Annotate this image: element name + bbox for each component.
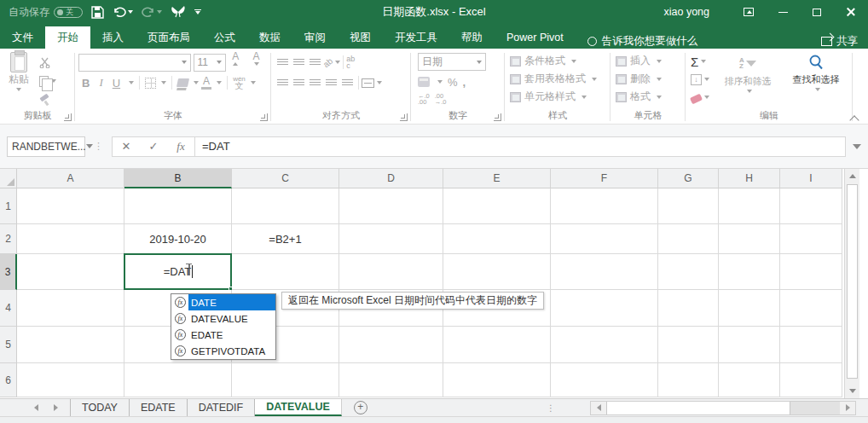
cell-D3[interactable] bbox=[339, 254, 443, 290]
edit-cell[interactable]: =DAT bbox=[124, 253, 232, 290]
delete-cells-button[interactable]: 删除 bbox=[614, 70, 682, 88]
cell-H4[interactable] bbox=[719, 290, 780, 327]
ribbon-tab[interactable]: Power Pivot bbox=[495, 26, 576, 49]
cell-D5[interactable] bbox=[339, 327, 443, 363]
ribbon-tab[interactable]: 帮助 bbox=[449, 26, 495, 49]
ribbon-tab[interactable]: 插入 bbox=[90, 26, 136, 49]
decrease-decimal-button[interactable]: .00→.0 bbox=[435, 93, 447, 105]
cell-G6[interactable] bbox=[658, 363, 719, 397]
cell-G3[interactable] bbox=[658, 254, 719, 290]
cell-C6[interactable] bbox=[232, 363, 339, 397]
autosave-toggle[interactable]: 自动保存 关 bbox=[9, 5, 83, 20]
align-left-icon[interactable] bbox=[277, 79, 288, 87]
ribbon-tab[interactable]: 数据 bbox=[247, 26, 292, 49]
fill-color-icon[interactable] bbox=[176, 78, 189, 87]
accounting-dropdown-icon[interactable] bbox=[437, 80, 443, 84]
redo-button[interactable] bbox=[142, 3, 162, 20]
select-all-corner[interactable] bbox=[0, 169, 17, 188]
increase-font-button[interactable]: A bbox=[229, 50, 246, 74]
sheet-tab[interactable]: EDATE bbox=[130, 399, 188, 416]
cell-I3[interactable] bbox=[780, 254, 842, 290]
font-name-combo[interactable] bbox=[78, 54, 191, 72]
number-dialog-launcher[interactable] bbox=[494, 113, 501, 121]
cell-E1[interactable] bbox=[443, 188, 551, 224]
prev-sheet-icon[interactable] bbox=[34, 404, 38, 411]
cell-A3[interactable] bbox=[17, 254, 124, 290]
cell-E2[interactable] bbox=[443, 224, 551, 254]
column-header[interactable]: I bbox=[780, 169, 842, 188]
name-box[interactable]: RANDBETWE... bbox=[7, 136, 85, 157]
insert-cells-button[interactable]: 插入 bbox=[614, 52, 682, 70]
cell-F1[interactable] bbox=[551, 188, 658, 224]
fill-button[interactable]: ↓ bbox=[689, 71, 711, 88]
column-header[interactable]: G bbox=[658, 169, 719, 188]
cell-E6[interactable] bbox=[443, 363, 551, 397]
cut-button[interactable] bbox=[38, 54, 58, 71]
row-header[interactable]: 4 bbox=[0, 290, 17, 327]
italic-button[interactable]: I bbox=[95, 74, 106, 91]
decrease-indent-icon[interactable] bbox=[326, 79, 337, 87]
cell-F6[interactable] bbox=[551, 363, 658, 397]
conditional-formatting-button[interactable]: 条件格式 bbox=[508, 52, 607, 70]
formula-bar-handle[interactable]: ⋮ bbox=[94, 141, 103, 152]
underline-dropdown-icon[interactable] bbox=[129, 81, 134, 84]
share-button[interactable]: 共享 bbox=[821, 34, 868, 49]
cell-A5[interactable] bbox=[17, 327, 124, 363]
autocomplete-item[interactable]: fxGETPIVOTDATA bbox=[171, 343, 275, 359]
cell-I2[interactable] bbox=[780, 224, 842, 254]
underline-button[interactable]: U bbox=[109, 74, 124, 91]
cell-D1[interactable] bbox=[339, 188, 443, 224]
copy-button[interactable] bbox=[38, 72, 58, 90]
wrap-text-icon[interactable]: abc bbox=[346, 55, 355, 69]
cell-F5[interactable] bbox=[551, 327, 658, 363]
cell-B3[interactable]: =DAT bbox=[124, 254, 232, 290]
format-cells-button[interactable]: 格式 bbox=[614, 88, 682, 106]
cell-A6[interactable] bbox=[17, 363, 124, 397]
cell-F4[interactable] bbox=[551, 290, 658, 327]
cell-G4[interactable] bbox=[658, 290, 719, 327]
cell-E5[interactable] bbox=[443, 327, 551, 363]
cell-D6[interactable] bbox=[339, 363, 443, 397]
cell-H3[interactable] bbox=[719, 254, 780, 290]
cell-A4[interactable] bbox=[17, 290, 124, 327]
sort-filter-button[interactable]: AZ 排序和筛选 bbox=[716, 52, 779, 106]
orientation-dropdown-icon[interactable] bbox=[335, 61, 340, 64]
cell-H5[interactable] bbox=[719, 327, 780, 363]
cell-I4[interactable] bbox=[780, 290, 842, 327]
ribbon-tab[interactable]: 开始 bbox=[45, 26, 90, 49]
cell-I6[interactable] bbox=[780, 363, 842, 397]
font-color-button[interactable]: A bbox=[201, 77, 211, 90]
cell-G1[interactable] bbox=[658, 188, 719, 224]
ribbon-tab[interactable]: 页面布局 bbox=[136, 26, 202, 49]
phonetic-dropdown-icon[interactable] bbox=[251, 81, 256, 84]
cell-F3[interactable] bbox=[551, 254, 658, 290]
font-color-dropdown-icon[interactable] bbox=[217, 81, 222, 84]
alignment-dialog-launcher[interactable] bbox=[400, 113, 408, 121]
merge-center-icon[interactable] bbox=[362, 78, 374, 88]
borders-icon[interactable] bbox=[145, 78, 156, 89]
align-top-icon[interactable] bbox=[277, 59, 288, 67]
butterfly-addin-button[interactable] bbox=[171, 3, 186, 20]
align-middle-icon[interactable] bbox=[293, 59, 304, 67]
cell-B6[interactable] bbox=[124, 363, 232, 397]
paste-dropdown-icon[interactable] bbox=[16, 88, 21, 91]
cell-C1[interactable] bbox=[232, 188, 339, 224]
cell-A1[interactable] bbox=[17, 188, 124, 224]
format-as-table-button[interactable]: 套用表格格式 bbox=[508, 70, 607, 88]
horizontal-scroll-thumb[interactable] bbox=[606, 402, 790, 414]
column-header[interactable]: C bbox=[232, 169, 339, 188]
collapse-ribbon-button[interactable] bbox=[851, 115, 859, 120]
expand-formula-bar-icon[interactable] bbox=[853, 144, 861, 149]
autocomplete-item[interactable]: fxDATEVALUE bbox=[171, 310, 275, 327]
find-select-button[interactable]: 查找和选择 bbox=[784, 52, 848, 106]
cell-B1[interactable] bbox=[124, 188, 232, 224]
cell-G2[interactable] bbox=[658, 224, 719, 254]
cell-G5[interactable] bbox=[658, 327, 719, 363]
sheet-tab[interactable]: DATEDIF bbox=[188, 399, 256, 416]
column-header[interactable]: F bbox=[551, 169, 658, 188]
phonetic-button[interactable]: wén文 bbox=[233, 76, 246, 90]
align-bottom-icon[interactable] bbox=[310, 59, 321, 67]
number-format-combo[interactable]: 日期 bbox=[418, 53, 486, 71]
save-button[interactable] bbox=[91, 3, 104, 20]
fill-color-dropdown-icon[interactable] bbox=[194, 81, 199, 84]
